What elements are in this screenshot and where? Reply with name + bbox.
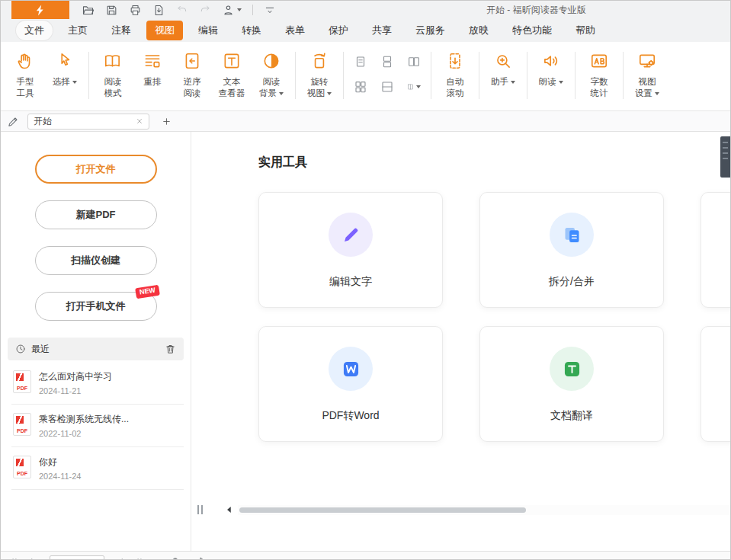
card-partial-1[interactable] [701, 192, 730, 308]
ribbon-item-reflow[interactable]: 重排 [134, 50, 171, 99]
scrollbar-line [723, 152, 728, 154]
ribbon-item-view-settings[interactable]: 视图 设置 [629, 50, 665, 99]
menu-tab-edit[interactable]: 编辑 [190, 21, 226, 40]
reverse-read-icon [182, 50, 202, 72]
card-label: 编辑文字 [329, 275, 372, 289]
dropdown-caret [511, 81, 515, 84]
recent-file-list: PDF 怎么面对高中学习2024-11-21 PDF 乘客检测系统无线传...2… [11, 362, 184, 490]
ribbon-item-reading-background[interactable]: 阅读 背景 [253, 50, 290, 99]
recent-file-item[interactable]: PDF 乘客检测系统无线传...2022-11-02 [11, 405, 184, 447]
single-page-icon[interactable] [354, 55, 367, 69]
new-pdf-button[interactable]: 新建PDF [35, 200, 157, 229]
menu-tab-help[interactable]: 帮助 [567, 21, 604, 40]
customize-toolbar-icon[interactable] [264, 4, 276, 16]
share-user-icon[interactable] [222, 4, 242, 17]
card-partial-2[interactable] [701, 326, 730, 442]
ribbon-item-assistant[interactable]: 助手 [485, 50, 521, 88]
annotate-pencil-icon[interactable] [7, 115, 20, 128]
card-edit-text[interactable]: 编辑文字 [258, 192, 443, 308]
ribbon-item-select[interactable]: 选择 [46, 50, 83, 99]
close-tab-icon[interactable] [136, 117, 143, 125]
next-page-icon[interactable] [118, 557, 128, 560]
splitter-grip[interactable] [197, 505, 203, 514]
recent-file-item[interactable]: PDF 怎么面对高中学习2024-11-21 [11, 362, 184, 405]
menu-tab-comment[interactable]: 注释 [103, 21, 139, 40]
tools-heading: 实用工具 [258, 155, 730, 171]
ribbon-item-word-count[interactable]: 字数 统计 [581, 50, 617, 99]
card-pdf-to-word[interactable]: PDF转Word [258, 326, 443, 442]
open-file-icon[interactable] [82, 4, 95, 17]
ribbon-group-viewsettings: 视图 设置 [629, 50, 665, 99]
pdf-badge-text: PDF [14, 471, 30, 476]
ribbon-item-reverse-read[interactable]: 逆序 阅读 [174, 50, 210, 99]
open-file-button[interactable]: 打开文件 [35, 155, 157, 184]
select-status-icon[interactable] [197, 556, 208, 560]
save-icon[interactable] [105, 4, 118, 17]
ribbon-item-auto-scroll[interactable]: 自动 滚动 [437, 50, 473, 99]
page-layout-group [354, 50, 421, 94]
menu-tab-home[interactable]: 主页 [59, 21, 96, 40]
clock-icon [15, 344, 26, 354]
document-tab-start[interactable]: 开始 [27, 114, 149, 130]
print-icon[interactable] [129, 4, 142, 17]
ribbon-item-read-mode[interactable]: 阅读 模式 [95, 50, 131, 99]
menu-tab-convert[interactable]: 转换 [233, 21, 270, 40]
ribbon-item-label: 手型 工具 [17, 77, 34, 98]
clear-recent-trash-icon[interactable] [165, 344, 176, 355]
vertical-scrollbar-widget[interactable] [720, 136, 730, 178]
facing-page-icon[interactable] [407, 55, 421, 69]
ribbon-group-wordcount: 字数 统计 [581, 50, 617, 99]
read-aloud-icon [541, 50, 561, 72]
ribbon-item-hand-tool[interactable]: 手型 工具 [7, 50, 43, 99]
menu-tab-features[interactable]: 特色功能 [504, 21, 560, 40]
menu-tab-form[interactable]: 表单 [277, 21, 313, 40]
horizontal-scroll-track[interactable] [238, 505, 730, 515]
menu-tab-file[interactable]: 文件 [16, 21, 53, 40]
text-viewer-icon [222, 50, 242, 72]
continuous-page-icon[interactable] [380, 55, 394, 69]
menu-tab-share[interactable]: 共享 [364, 21, 400, 40]
ribbon-item-label: 视图 设置 [635, 77, 656, 98]
recent-file-item[interactable]: PDF 你好2024-11-24 [11, 447, 184, 490]
scroll-left-arrow-icon[interactable] [224, 504, 235, 515]
menu-tab-slideshow[interactable]: 放映 [460, 21, 497, 40]
card-translate[interactable]: 文档翻译 [479, 326, 664, 442]
redo-icon[interactable] [199, 4, 211, 16]
page-layout-more-icon[interactable] [407, 80, 421, 94]
pdf-file-icon: PDF [13, 370, 31, 393]
recent-file-name: 乘客检测系统无线传... [39, 413, 129, 426]
new-tab-button[interactable] [162, 117, 172, 126]
card-split-merge[interactable]: 拆分/合并 [479, 192, 664, 308]
pdf-badge-text: PDF [14, 428, 30, 434]
ribbon-item-text-viewer[interactable]: 文本 查看器 [213, 50, 250, 99]
foxit-logo[interactable] [11, 1, 69, 19]
undo-icon[interactable] [176, 4, 188, 16]
first-page-icon[interactable] [8, 557, 18, 560]
ribbon-item-read-aloud[interactable]: 朗读 [533, 50, 569, 88]
hand-status-icon[interactable] [170, 556, 181, 560]
export-icon[interactable] [152, 4, 165, 17]
horizontal-scroll-thumb[interactable] [239, 507, 526, 513]
recent-file-date: 2022-11-02 [39, 429, 129, 438]
previous-page-icon[interactable] [26, 557, 36, 560]
foxit-pdf-mark [16, 373, 24, 381]
assistant-icon [493, 50, 513, 72]
facing-continuous-icon[interactable] [354, 80, 367, 94]
new-badge: NEW [135, 285, 160, 299]
ribbon-item-rotate-view[interactable]: 旋转 视图 [301, 50, 338, 99]
page-number-input[interactable] [50, 555, 104, 560]
start-sidebar: 打开文件 新建PDF 扫描仪创建 打开手机文件 NEW 最近 PDF 怎么面对高… [1, 132, 191, 559]
ribbon-group-reading: 阅读 模式 重排 逆序 阅读 文本 查看器 阅读 背景 [95, 50, 290, 99]
menu-tab-view[interactable]: 视图 [146, 21, 183, 40]
view-settings-icon [637, 50, 657, 72]
menu-tab-protect[interactable]: 保护 [320, 21, 357, 40]
recent-file-name: 你好 [39, 456, 81, 469]
menu-bar: 文件 主页 注释 视图 编辑 转换 表单 保护 共享 云服务 放映 特色功能 帮… [1, 19, 730, 42]
split-view-icon[interactable] [380, 80, 394, 94]
open-mobile-file-button[interactable]: 打开手机文件 NEW [35, 292, 157, 321]
menu-tab-cloud[interactable]: 云服务 [407, 21, 454, 40]
scanner-create-button[interactable]: 扫描仪创建 [35, 246, 157, 275]
ribbon-divider [479, 52, 479, 99]
last-page-icon[interactable] [136, 557, 146, 560]
recent-section-header: 最近 [8, 338, 184, 360]
